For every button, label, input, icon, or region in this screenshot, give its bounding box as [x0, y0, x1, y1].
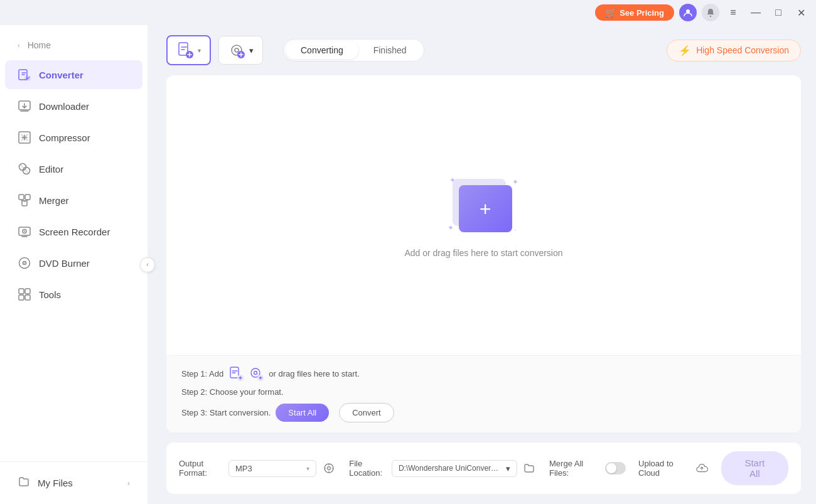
cart-icon: 🛒 — [605, 8, 616, 18]
steps-area: Step 1: Add — [166, 356, 801, 432]
notification-icon[interactable] — [702, 4, 719, 21]
file-location-label: File Location: — [349, 459, 387, 478]
cloud-upload-icon — [695, 461, 708, 475]
dvd-burner-label: DVD Burner — [39, 258, 90, 269]
see-pricing-label: See Pricing — [620, 8, 664, 18]
add-file-icon — [176, 41, 194, 59]
maximize-button[interactable]: □ — [770, 4, 787, 21]
step-3-text: Step 3: Start conversion. — [181, 408, 271, 417]
output-format-label: Output Format: — [179, 459, 223, 478]
folder-plus-icon: + — [480, 199, 491, 219]
user-avatar[interactable] — [679, 4, 697, 21]
tools-icon — [18, 287, 31, 301]
title-bar: 🛒 See Pricing ≡ — □ ✕ — [0, 0, 816, 25]
tab-converting[interactable]: Converting — [286, 41, 358, 59]
home-label: Home — [28, 40, 51, 50]
bottom-bar: Output Format: MP3 ▾ File Location: — [166, 442, 801, 494]
screen-recorder-icon — [18, 225, 31, 239]
svg-rect-22 — [25, 295, 30, 300]
file-location-select[interactable]: D:\Wondershare UniConverter 1 ▾ — [392, 460, 517, 477]
step1-device-icon — [249, 366, 264, 381]
folder-main: + — [459, 185, 512, 232]
output-format-field: Output Format: MP3 ▾ — [179, 459, 336, 478]
sparkle-3-icon: ✦ — [448, 223, 454, 232]
start-all-button[interactable]: Start All — [721, 451, 789, 485]
step-2-text: Step 2: Choose your format. — [181, 387, 284, 397]
format-settings-button[interactable] — [321, 459, 336, 478]
minimize-button[interactable]: — — [747, 4, 765, 21]
step1-file-icon — [228, 366, 244, 381]
minimize-icon: — — [751, 7, 761, 18]
high-speed-button[interactable]: ⚡ High Speed Conversion — [667, 40, 801, 62]
see-pricing-button[interactable]: 🛒 See Pricing — [595, 4, 674, 21]
close-icon: ✕ — [797, 7, 805, 19]
output-format-select[interactable]: MP3 ▾ — [228, 460, 316, 477]
svg-rect-21 — [19, 295, 24, 300]
downloader-icon — [18, 99, 31, 113]
svg-point-34 — [328, 467, 331, 470]
menu-button[interactable]: ≡ — [724, 4, 742, 21]
merge-toggle-switch[interactable] — [605, 462, 626, 475]
svg-rect-20 — [25, 289, 30, 294]
close-button[interactable]: ✕ — [792, 4, 810, 21]
sidebar-item-home[interactable]: ‹ Home — [5, 33, 142, 58]
sidebar-footer: My Files › — [0, 461, 148, 498]
merge-all-files-field: Merge All Files: — [549, 459, 626, 478]
add-device-button[interactable]: ▾ — [218, 36, 263, 65]
downloader-label: Downloader — [39, 101, 89, 112]
compressor-label: Compressor — [39, 132, 90, 143]
sidebar: ‹ Home Converter — [0, 25, 148, 504]
merger-icon — [18, 193, 31, 207]
converter-label: Converter — [39, 70, 83, 80]
start-all-inline-button[interactable]: Start All — [276, 404, 329, 422]
svg-point-18 — [24, 262, 25, 264]
dvd-burner-icon — [18, 256, 31, 270]
svg-point-1 — [710, 16, 711, 17]
sidebar-item-merger[interactable]: Merger — [5, 186, 142, 215]
main-content: ▾ ▾ Converting Finished ⚡ High S — [148, 25, 816, 504]
location-chevron-icon: ▾ — [506, 464, 510, 473]
converter-icon — [18, 68, 31, 82]
drop-zone-text: Add or drag files here to start conversi… — [404, 248, 562, 258]
sparkle-4-icon: · — [514, 225, 516, 234]
menu-icon: ≡ — [730, 7, 736, 18]
sidebar-item-screen-recorder[interactable]: Screen Recorder — [5, 217, 142, 246]
sparkle-2-icon: ✦ — [512, 178, 518, 186]
settings-icon — [323, 463, 335, 474]
sidebar-item-compressor[interactable]: Compressor — [5, 123, 142, 152]
format-chevron-icon: ▾ — [306, 465, 309, 472]
merger-label: Merger — [39, 195, 69, 206]
lightning-icon: ⚡ — [679, 45, 691, 56]
format-value: MP3 — [235, 464, 252, 473]
sidebar-item-my-files[interactable]: My Files › — [5, 468, 142, 498]
tab-finished[interactable]: Finished — [358, 41, 422, 59]
step-2-row: Step 2: Choose your format. — [181, 387, 786, 397]
folder-icon — [523, 463, 535, 474]
step-1-row: Step 1: Add — [181, 366, 786, 381]
home-chevron-icon: ‹ — [18, 41, 20, 49]
svg-point-14 — [24, 231, 25, 232]
browse-folder-button[interactable] — [522, 459, 537, 478]
maximize-icon: □ — [775, 7, 781, 18]
main-layout: ‹ Home Converter — [0, 25, 816, 504]
screen-recorder-label: Screen Recorder — [39, 227, 110, 237]
sidebar-item-converter[interactable]: Converter — [5, 60, 142, 89]
sidebar-collapse-handle[interactable]: ‹ — [140, 257, 155, 272]
sidebar-item-dvd-burner[interactable]: DVD Burner — [5, 249, 142, 277]
my-files-icon — [18, 476, 30, 490]
sidebar-item-editor[interactable]: Editor — [5, 154, 142, 183]
convert-inline-button[interactable]: Convert — [339, 403, 394, 422]
svg-rect-9 — [19, 195, 24, 200]
upload-cloud-field[interactable]: Upload to Cloud — [638, 459, 708, 478]
high-speed-label: High Speed Conversion — [696, 45, 789, 55]
location-value: D:\Wondershare UniConverter 1 — [399, 464, 499, 473]
tab-group: Converting Finished — [283, 39, 424, 62]
add-device-chevron-icon: ▾ — [249, 46, 254, 55]
sidebar-item-downloader[interactable]: Downloader — [5, 92, 142, 121]
tools-label: Tools — [39, 289, 61, 300]
editor-icon — [18, 162, 31, 176]
add-file-button[interactable]: ▾ — [166, 35, 211, 65]
sidebar-item-tools[interactable]: Tools — [5, 280, 142, 309]
editor-label: Editor — [39, 164, 63, 174]
drop-area[interactable]: + ✦ ✦ ✦ · Add or drag files here to star… — [166, 75, 801, 356]
